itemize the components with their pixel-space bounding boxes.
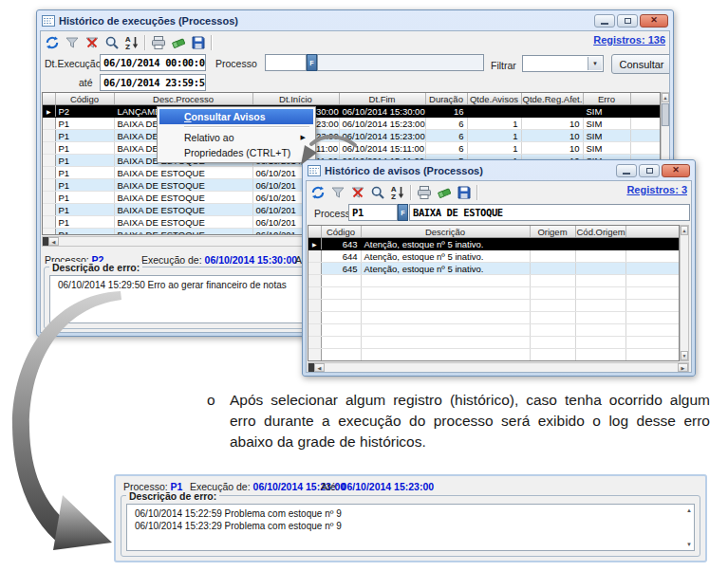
eraser-icon[interactable] — [437, 185, 452, 200]
menu-item-consultar-avisos[interactable]: Consultar Avisos — [159, 109, 313, 124]
grid-row[interactable] — [308, 361, 680, 362]
row-selector[interactable] — [308, 324, 321, 337]
grid-row[interactable]: ▶643Atenção, estoque nº 5 inativo. — [308, 238, 680, 250]
grid-cell[interactable] — [361, 324, 530, 337]
grid-cell[interactable] — [361, 349, 530, 361]
row-selector[interactable] — [43, 167, 55, 179]
grid-cell[interactable] — [361, 300, 530, 312]
grid-row[interactable] — [308, 349, 680, 361]
grid-cell[interactable]: BAIXA DE ESTOQUE — [114, 167, 252, 179]
grid-cell[interactable] — [530, 337, 575, 349]
grid-cell[interactable] — [361, 337, 530, 349]
scroll-left-icon[interactable]: ◀ — [48, 237, 59, 246]
scroll-up-icon[interactable]: ▲ — [662, 93, 669, 102]
grid-row[interactable]: ▶P2LANÇAMENTO DE FINANCEIRO DE NOTAS06/1… — [43, 105, 661, 118]
grid-row[interactable]: P1BAIXA DE ESTOQUE06/10/2014 15:11:0006/… — [43, 142, 661, 155]
avisos-hscrollbar[interactable]: ◀ ▶ — [308, 362, 689, 373]
grid-cell[interactable] — [530, 263, 575, 275]
column-header[interactable]: Cód.Origem — [575, 226, 625, 238]
dropdown-arrow-icon[interactable]: ▼ — [588, 57, 602, 70]
grid-cell[interactable]: 1 — [467, 130, 521, 142]
clear-filter-icon[interactable] — [350, 185, 365, 200]
row-selector[interactable] — [308, 263, 321, 275]
processo-lookup-button[interactable]: F — [307, 54, 317, 71]
grid-cell[interactable]: Atenção, estoque nº 5 inativo. — [361, 238, 530, 250]
grid-cell[interactable] — [575, 300, 625, 312]
grid-cell[interactable]: Atenção, estoque nº 5 inativo. — [361, 250, 530, 263]
grid-cell[interactable] — [321, 275, 361, 287]
grid-cell[interactable]: P1 — [55, 118, 114, 130]
grid-cell[interactable]: 6 — [425, 118, 467, 130]
menu-item-propriedades[interactable]: Propriedades (CTRL+T) — [159, 145, 313, 160]
grid-cell[interactable]: BAIXA DE ESTOQUE — [114, 192, 252, 204]
row-selector[interactable] — [308, 312, 321, 324]
grid-cell[interactable]: 6 — [425, 130, 467, 142]
scroll-thumb[interactable] — [662, 103, 669, 126]
consultar-button[interactable]: Consultar — [611, 54, 670, 74]
grid-cell[interactable]: 10 — [521, 142, 583, 155]
grid-cell[interactable] — [575, 312, 625, 324]
grid-cell[interactable]: SIM — [583, 105, 630, 118]
processo-input[interactable] — [265, 54, 307, 71]
grid-cell[interactable] — [361, 287, 530, 300]
row-selector[interactable] — [308, 287, 321, 300]
row-selector[interactable] — [43, 142, 55, 155]
grid-cell[interactable] — [530, 238, 575, 250]
row-selector[interactable] — [43, 204, 55, 216]
row-selector[interactable] — [308, 361, 321, 362]
grid-cell[interactable] — [575, 337, 625, 349]
grid-cell[interactable]: BAIXA DE ESTOQUE — [114, 204, 252, 216]
search-icon[interactable] — [370, 185, 385, 200]
column-header[interactable]: Descrição — [361, 226, 530, 238]
grid-cell[interactable]: P1 — [55, 179, 114, 192]
grid-row[interactable]: 644Atenção, estoque nº 5 inativo. — [308, 250, 680, 263]
close-button[interactable]: ✕ — [662, 164, 690, 177]
avisos-titlebar[interactable]: Histórico de avisos (Processos) ✕ — [306, 160, 692, 180]
grid-cell[interactable] — [321, 337, 361, 349]
grid-row[interactable] — [308, 324, 680, 337]
grid-cell[interactable]: 645 — [321, 263, 361, 275]
close-button[interactable]: ✕ — [640, 14, 668, 28]
row-selector[interactable] — [308, 300, 321, 312]
grid-cell[interactable]: SIM — [583, 130, 630, 142]
ate-field[interactable]: 06/10/2014 23:59:59 — [100, 74, 206, 91]
print-icon[interactable] — [417, 185, 432, 200]
grid-cell[interactable] — [321, 287, 361, 300]
grid-cell[interactable]: BAIXA DE ESTOQUE — [114, 229, 252, 236]
save-icon[interactable] — [457, 185, 472, 200]
registros-link[interactable]: Registros: 136 — [593, 34, 665, 46]
grid-row[interactable]: P1BAIXA DE ESTOQUE06/10/2014 15:23:0006/… — [43, 130, 661, 142]
grid-cell[interactable]: 644 — [321, 250, 361, 263]
grid-cell[interactable]: 6 — [425, 142, 467, 155]
eraser-icon[interactable] — [171, 35, 186, 50]
column-header[interactable]: Qtde.Avisos — [467, 93, 521, 105]
grid-cell[interactable] — [521, 105, 583, 118]
grid-cell[interactable]: P1 — [55, 167, 114, 179]
exec-titlebar[interactable]: Histórico de execuções (Processos) ✕ — [40, 10, 670, 30]
grid-cell[interactable] — [530, 349, 575, 361]
row-selector[interactable] — [43, 130, 55, 142]
refresh-icon[interactable] — [310, 185, 326, 200]
scroll-up-icon[interactable]: ▲ — [681, 226, 688, 235]
print-icon[interactable] — [151, 35, 166, 50]
save-icon[interactable] — [191, 35, 206, 50]
grid-cell[interactable]: 06/10/2014 15:23:00 — [339, 118, 425, 130]
grid-cell[interactable]: SIM — [583, 118, 630, 130]
grid-cell[interactable]: 1 — [467, 142, 521, 155]
grid-cell[interactable] — [575, 361, 625, 362]
grid-row[interactable] — [308, 337, 680, 349]
maximize-button[interactable] — [617, 14, 638, 28]
grid-cell[interactable]: P2 — [55, 105, 114, 118]
dt-execucao-field[interactable]: 06/10/2014 00:00:00 — [100, 54, 206, 71]
row-selector[interactable] — [308, 275, 321, 287]
grid-cell[interactable] — [575, 324, 625, 337]
maximize-button[interactable] — [639, 164, 660, 177]
clear-filter-icon[interactable] — [84, 35, 100, 50]
scroll-right-icon[interactable]: ▶ — [678, 363, 688, 372]
grid-cell[interactable] — [530, 287, 575, 300]
grid-row[interactable]: 645Atenção, estoque nº 5 inativo. — [308, 263, 680, 275]
grid-cell[interactable] — [321, 361, 361, 362]
grid-cell[interactable] — [321, 349, 361, 361]
grid-cell[interactable]: P1 — [55, 142, 114, 155]
filter-icon[interactable] — [330, 185, 345, 200]
